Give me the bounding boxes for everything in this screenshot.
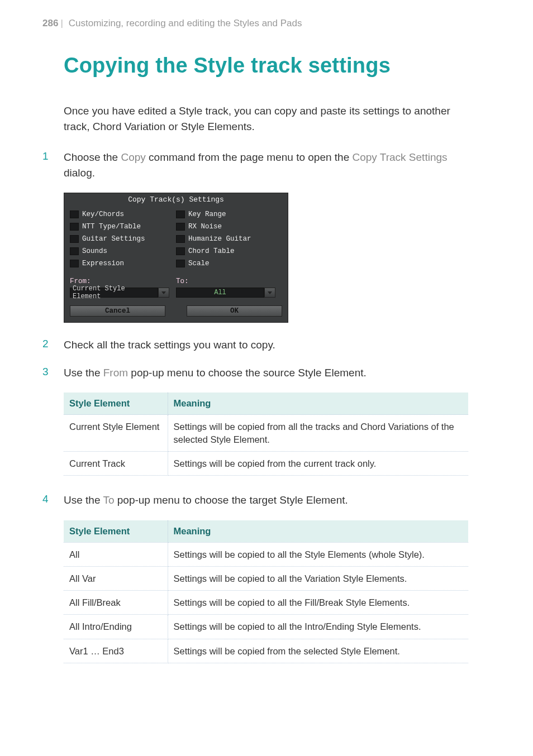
table-cell: Settings will be copied from the selecte… (168, 639, 468, 663)
page-title: Copying the Style track settings (64, 54, 468, 78)
checkbox-label: Scale (188, 260, 210, 267)
table-cell: Settings will be copied from all the tra… (168, 415, 468, 452)
checkbox-label: NTT Type/Table (82, 223, 141, 231)
checkbox-icon (70, 235, 79, 243)
checkbox-humanize-guitar[interactable]: Humanize Guitar (176, 233, 282, 245)
dropdown-button[interactable] (264, 288, 275, 298)
checkbox-sounds[interactable]: Sounds (70, 245, 176, 257)
dialog-title: Copy Track(s) Settings (64, 193, 288, 207)
table-cell: Current Track (64, 451, 168, 475)
checkbox-icon (70, 260, 79, 267)
running-header: 286|Customizing, recording and editing t… (42, 18, 468, 29)
step-number: 3 (42, 365, 64, 381)
table-row: AllSettings will be copied to all the St… (64, 542, 468, 566)
intro-paragraph: Once you have edited a Style track, you … (64, 103, 468, 134)
checkbox-rx-noise[interactable]: RX Noise (176, 221, 282, 233)
checkbox-label: Sounds (82, 247, 107, 255)
table-cell: Var1 … End3 (64, 639, 168, 663)
checkbox-icon (70, 210, 79, 218)
section-title: Customizing, recording and editing the S… (69, 18, 302, 28)
checkbox-label: Key/Chords (82, 210, 124, 218)
step-text-part: Use the (64, 367, 103, 379)
table-row: All Fill/BreakSettings will be copied to… (64, 591, 468, 615)
dialog-right-column: Key Range RX Noise Humanize Guitar Chord… (176, 208, 282, 270)
table-cell: Settings will be copied to all the Varia… (168, 566, 468, 590)
checkbox-icon (70, 223, 79, 231)
checkbox-label: RX Noise (188, 223, 222, 231)
table-row: All Intro/EndingSettings will be copied … (64, 615, 468, 639)
checkbox-icon (176, 210, 185, 218)
step-number: 4 (42, 492, 64, 508)
checkbox-label: Guitar Settings (82, 235, 145, 243)
checkbox-guitar-settings[interactable]: Guitar Settings (70, 233, 176, 245)
table-cell: All Intro/Ending (64, 615, 168, 639)
checkbox-icon (176, 235, 185, 243)
table-cell: All Var (64, 566, 168, 590)
table-cell: Settings will be copied to all the Style… (168, 542, 468, 566)
to-column: To: All (176, 277, 282, 298)
copy-track-settings-dialog: Copy Track(s) Settings Key/Chords NTT Ty… (64, 193, 288, 323)
table-cell: All Fill/Break (64, 591, 168, 615)
to-value: All (176, 288, 264, 298)
from-column: From: Current Style Element (70, 277, 176, 298)
step-text-part: Use the (64, 494, 103, 506)
checkbox-key-range[interactable]: Key Range (176, 208, 282, 221)
table-header-row: Style Element Meaning (64, 393, 468, 415)
step-text: Choose the Copy command from the page me… (64, 150, 468, 180)
table-row: All VarSettings will be copied to all th… (64, 566, 468, 590)
from-dropdown[interactable]: Current Style Element (70, 288, 176, 298)
keyword-to: To (103, 494, 114, 506)
step-3: 3 Use the From pop-up menu to choose the… (42, 365, 468, 381)
keyword-copy: Copy (121, 151, 145, 163)
from-value: Current Style Element (70, 288, 158, 298)
table-cell: Settings will be copied to all the Fill/… (168, 591, 468, 615)
chevron-down-icon (161, 291, 166, 294)
checkbox-label: Key Range (188, 210, 226, 218)
to-label: To: (176, 277, 282, 285)
checkbox-icon (176, 247, 185, 255)
table-cell: Current Style Element (64, 415, 168, 452)
table-row: Current Style Element Settings will be c… (64, 415, 468, 452)
step-4: 4 Use the To pop-up menu to choose the t… (42, 492, 468, 508)
table-header-row: Style Element Meaning (64, 520, 468, 543)
step-1: 1 Choose the Copy command from the page … (42, 150, 468, 180)
dropdown-button[interactable] (158, 288, 169, 298)
from-table: Style Element Meaning Current Style Elem… (64, 393, 468, 476)
checkbox-icon (176, 223, 185, 231)
step-text-part: dialog. (64, 167, 95, 179)
ok-button[interactable]: OK (187, 305, 282, 317)
to-table: Style Element Meaning AllSettings will b… (64, 520, 468, 663)
dialog-checkbox-area: Key/Chords NTT Type/Table Guitar Setting… (64, 207, 288, 274)
checkbox-chord-table[interactable]: Chord Table (176, 245, 282, 257)
chevron-down-icon (268, 291, 272, 294)
checkbox-scale[interactable]: Scale (176, 257, 282, 270)
table-row: Var1 … End3Settings will be copied from … (64, 639, 468, 663)
page: 286|Customizing, recording and editing t… (0, 0, 533, 702)
step-text-part: pop-up menu to choose the source Style E… (128, 367, 367, 379)
table-cell: All (64, 542, 168, 566)
step-text-part: pop-up menu to choose the target Style E… (115, 494, 348, 506)
from-label: From: (70, 277, 176, 285)
step-2: 2 Check all the track settings you want … (42, 337, 468, 353)
table-row: Current Track Settings will be copied fr… (64, 451, 468, 475)
checkbox-key-chords[interactable]: Key/Chords (70, 208, 176, 221)
cancel-button[interactable]: Cancel (70, 305, 165, 317)
header-divider: | (60, 18, 63, 28)
keyword-from: From (103, 367, 128, 379)
checkbox-icon (70, 247, 79, 255)
checkbox-label: Expression (82, 260, 124, 267)
keyword-copy-track-settings: Copy Track Settings (353, 151, 448, 163)
step-number: 1 (42, 150, 64, 180)
checkbox-expression[interactable]: Expression (70, 257, 176, 270)
step-number: 2 (42, 337, 64, 353)
table-header: Meaning (168, 520, 468, 543)
checkbox-ntt-type-table[interactable]: NTT Type/Table (70, 221, 176, 233)
table-cell: Settings will be copied to all the Intro… (168, 615, 468, 639)
table-header: Style Element (64, 393, 168, 415)
checkbox-icon (176, 260, 185, 267)
table-header: Style Element (64, 520, 168, 543)
step-text-part: Choose the (64, 151, 121, 163)
step-text: Check all the track settings you want to… (64, 337, 468, 353)
step-text: Use the To pop-up menu to choose the tar… (64, 492, 468, 508)
to-dropdown[interactable]: All (176, 288, 282, 298)
